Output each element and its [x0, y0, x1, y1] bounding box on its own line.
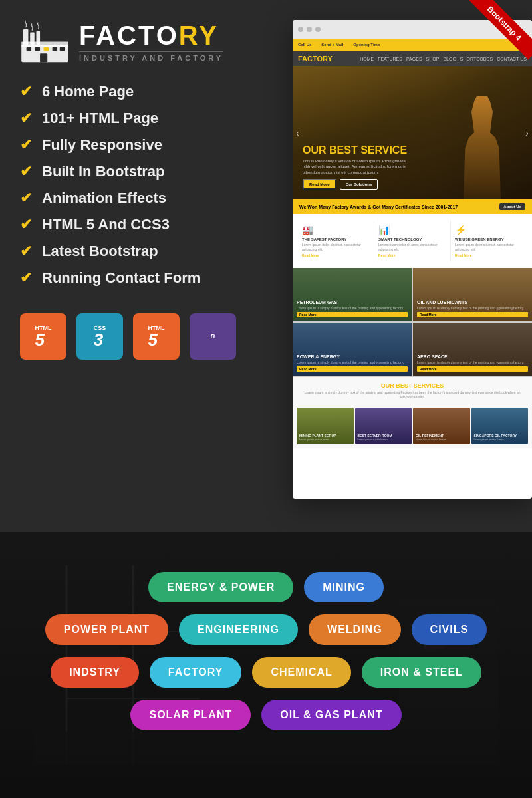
feature-item-2: ✔ 101+ HTML Page — [20, 110, 273, 127]
tag-indstry[interactable]: INDSTRY — [51, 657, 139, 688]
tag-oil-gas-plant[interactable]: OIL & GAS PLANT — [261, 700, 401, 730]
tag-solar-plant[interactable]: SOLAR PLANT — [130, 700, 251, 730]
ribbon-label: Bootstrap 4 — [469, 0, 532, 59]
feature-item-1: ✔ 6 Home Page — [20, 83, 273, 100]
mockup-banner: We Won Many Factory Awards & Got Many Ce… — [293, 200, 532, 214]
power-title: POWER & ENERGY — [297, 354, 408, 359]
feature-item-7: ✔ Latest Bootstrap — [20, 243, 273, 260]
mockup-thumbnails: MINING PLANT SET UP lorem ipsum auctor l… — [293, 404, 532, 448]
hero-title-highlight: SERVICE — [360, 144, 407, 156]
bootstrap-ribbon: Bootstrap 4 — [466, 0, 532, 66]
mockup-cards: 🏭 THE SAFEST FACTORY Lorem ipsum dolor s… — [293, 214, 532, 268]
check-icon-5: ✔ — [20, 190, 32, 207]
card-title-2: SMART TECHNOLOGY — [378, 237, 446, 241]
card-smart-tech: 📊 SMART TECHNOLOGY Lorem ipsum dolor sit… — [374, 221, 451, 261]
power-btn[interactable]: Read More — [297, 366, 408, 372]
card-read-2[interactable]: Read More — [378, 253, 446, 257]
petroleum-btn[interactable]: Read More — [297, 312, 408, 317]
nav-link-shop: SHOP — [426, 57, 440, 61]
card-read-3[interactable]: Read More — [455, 253, 523, 257]
aero-title: AERO SPACE — [417, 354, 528, 359]
mockup-nav-logo: FACTORY — [298, 55, 332, 63]
svg-rect-19 — [33, 732, 499, 765]
html5-badge-2: HTML 5 — [133, 313, 180, 360]
feature-label-7: Latest Bootstrap — [42, 243, 158, 260]
card-text-1: Lorem ipsum dolor sit amet, consectetur … — [302, 243, 370, 251]
opening-time-text: Opening Time — [353, 43, 380, 47]
hero-title: OUR BEST SERVICE — [303, 144, 409, 156]
card-text-3: Lorem ipsum dolor sit amet, consectetur … — [455, 243, 523, 251]
browser-mockup: Call Us Send a Mail Opening Time FACTORY… — [293, 20, 532, 499]
card-text-2: Lorem ipsum dolor sit amet, consectetur … — [378, 243, 446, 251]
best-services-subtitle: Lorem ipsum is simply dummy text of the … — [298, 390, 527, 398]
about-us-btn[interactable]: About Us — [499, 203, 525, 210]
svg-rect-9 — [60, 47, 65, 51]
worker-silhouette — [456, 96, 509, 200]
oil-text: Lorem ipsum is simply dummy text of the … — [417, 306, 528, 310]
mockup-service-grid: PETROLEUM GAS Lorem ipsum is simply dumm… — [293, 268, 532, 377]
feature-item-3: ✔ Fully Responsive — [20, 136, 273, 154]
hero-text: OUR BEST SERVICE This is Photoshop's ver… — [303, 144, 409, 190]
card-green-energy: ⚡ WE USE GREEN ENERGY Lorem ipsum dolor … — [451, 221, 527, 261]
check-icon-4: ✔ — [20, 163, 32, 180]
card-title-3: WE USE GREEN ENERGY — [455, 237, 523, 241]
card-icon-3: ⚡ — [455, 225, 523, 235]
logo-name-yellow: RY — [179, 21, 219, 50]
nav-link-features: FEATURES — [378, 57, 402, 61]
hero-next-arrow[interactable]: › — [525, 128, 529, 138]
worker-area — [456, 66, 522, 200]
best-services-title: OUR BEST SERVICES — [298, 382, 527, 389]
banner-text: We Won Many Factory Awards & Got Many Ce… — [299, 205, 458, 209]
hero-subtitle: This is Photoshop's version of Lorem Ips… — [303, 158, 409, 175]
check-icon-2: ✔ — [20, 110, 32, 127]
tag-welding[interactable]: WELDING — [309, 614, 401, 645]
left-panel: FACTORY INDUSTRY AND FACTORY ✔ 6 Home Pa… — [20, 20, 279, 512]
tech-icons-row: HTML 5 CSS 3 HTML 5 — [20, 313, 273, 360]
thumb-oil: OIL REFINEMENT lorem ipsum auctor lorem. — [413, 408, 470, 444]
grid-petroleum: PETROLEUM GAS Lorem ipsum is simply dumm… — [293, 268, 412, 321]
check-icon-8: ✔ — [20, 269, 32, 287]
card-safe-factory: 🏭 THE SAFEST FACTORY Lorem ipsum dolor s… — [298, 221, 374, 261]
hero-solutions-btn[interactable]: Our Solutions — [340, 179, 378, 190]
logo-name: FACTORY — [79, 22, 223, 49]
bootstrap-badge: B — [190, 313, 236, 360]
feature-item-8: ✔ Running Contact Form — [20, 269, 273, 287]
nav-link-blog: BLOG — [443, 57, 456, 61]
thumb-server-text: lorem ipsum auctor lorem. — [358, 438, 410, 442]
tag-energy-power[interactable]: ENERGY & POWER — [148, 572, 293, 602]
browser-dot-1 — [298, 27, 303, 32]
aero-btn[interactable]: Read More — [417, 366, 528, 372]
feature-item-4: ✔ Built In Bootstrap — [20, 163, 273, 180]
logo-name-white: FACTO — [79, 21, 179, 50]
factory-logo-icon — [20, 20, 70, 63]
tag-power-plant[interactable]: POWER PLANT — [45, 614, 168, 645]
thumb-mining: MINING PLANT SET UP lorem ipsum auctor l… — [297, 408, 354, 444]
tag-mining[interactable]: MINING — [304, 572, 384, 602]
logo-tagline: INDUSTRY AND FACTORY — [79, 51, 223, 62]
card-icon-1: 🏭 — [302, 225, 370, 235]
feature-label-1: 6 Home Page — [42, 83, 134, 100]
feature-label-3: Fully Responsive — [42, 136, 162, 154]
grid-oil: OIL AND LUBRICANTS Lorem ipsum is simply… — [413, 268, 532, 321]
tags-row-3: INDSTRY FACTORY CHEMICAL IRON & STEEL — [51, 657, 481, 688]
oil-btn[interactable]: Read More — [417, 312, 528, 317]
browser-dot-2 — [307, 27, 312, 32]
right-panel: Call Us Send a Mail Opening Time FACTORY… — [293, 20, 532, 512]
hero-buttons: Read More Our Solutions — [303, 179, 409, 190]
tag-chemical[interactable]: CHEMICAL — [252, 657, 350, 688]
best-services-highlight: SERVICES — [414, 382, 444, 389]
features-list: ✔ 6 Home Page ✔ 101+ HTML Page ✔ Fully R… — [20, 83, 273, 287]
grid-aero: AERO SPACE Lorem ipsum is simply dummy t… — [413, 323, 532, 376]
hero-title-normal: OUR BEST — [303, 144, 360, 156]
tag-iron-steel[interactable]: IRON & STEEL — [362, 657, 481, 688]
tag-engineering[interactable]: ENGINEERING — [179, 614, 298, 645]
logo-area: FACTORY INDUSTRY AND FACTORY — [20, 20, 273, 63]
card-read-1[interactable]: Read More — [302, 253, 370, 257]
tag-factory[interactable]: FACTORY — [150, 657, 242, 688]
hero-prev-arrow[interactable]: ‹ — [296, 128, 299, 138]
svg-rect-7 — [44, 47, 49, 51]
check-icon-3: ✔ — [20, 136, 32, 154]
tag-civils[interactable]: CIVILS — [412, 614, 487, 645]
hero-read-more-btn[interactable]: Read More — [303, 179, 336, 190]
best-services-normal: OUR BEST — [381, 382, 414, 389]
